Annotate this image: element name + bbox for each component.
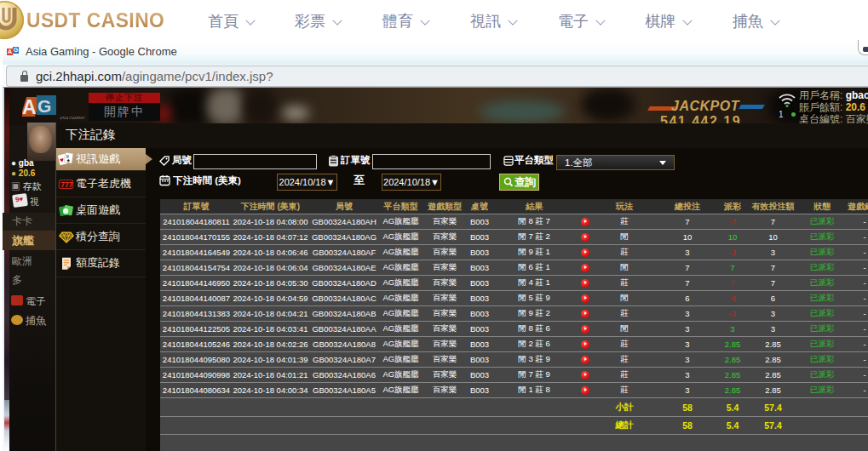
svg-text:JACKPOT: JACKPOT (671, 99, 740, 113)
svg-text:ASIA GAMING: ASIA GAMING (59, 117, 85, 119)
svg-text:777: 777 (60, 180, 73, 189)
